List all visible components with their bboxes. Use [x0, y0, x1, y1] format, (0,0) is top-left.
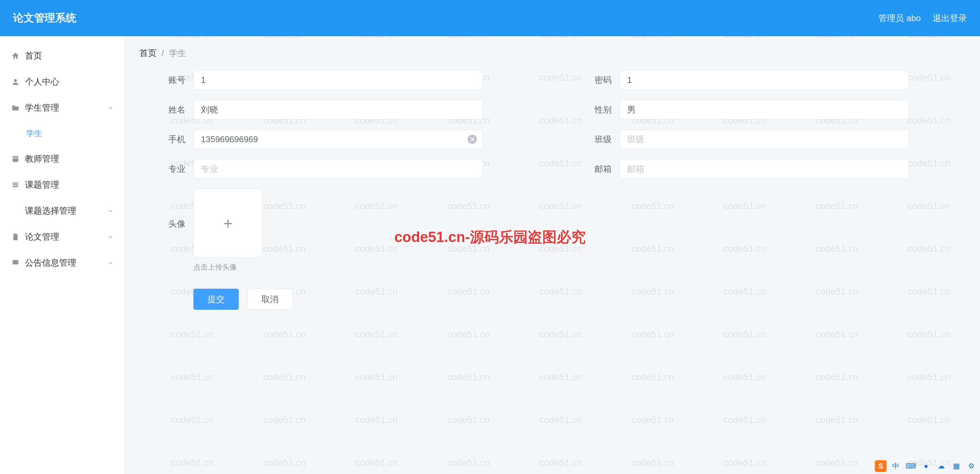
breadcrumb-separator: / — [161, 48, 164, 58]
plus-icon: + — [223, 214, 232, 232]
notice-icon — [11, 259, 20, 267]
logout-link[interactable]: 退出登录 — [933, 13, 967, 24]
phone-label: 手机 — [153, 134, 186, 145]
tray-keyboard-icon[interactable]: ⌨ — [905, 460, 917, 472]
phone-input[interactable] — [193, 129, 483, 149]
chevron-down-icon — [108, 208, 113, 214]
breadcrumb-current: 学生 — [169, 48, 186, 58]
app-title: 论文管理系统 — [13, 11, 76, 26]
header-bar: 论文管理系统 管理员 abo 退出登录 — [0, 0, 980, 36]
email-label: 邮箱 — [579, 163, 612, 175]
sidebar-item-1[interactable]: 个人中心 — [0, 69, 125, 95]
sidebar-item-label: 课题选择管理 — [25, 205, 76, 217]
cancel-button[interactable]: 取消 — [247, 289, 293, 310]
account-input[interactable] — [193, 70, 483, 90]
sidebar-item-3[interactable]: 教师管理 — [0, 146, 125, 172]
sidebar: 首页个人中心学生管理学生教师管理课题管理课题选择管理论文管理公告信息管理 — [0, 36, 125, 474]
sidebar-item-label: 公告信息管理 — [25, 257, 76, 269]
paper-icon — [11, 233, 20, 241]
avatar-label: 头像 — [153, 218, 186, 230]
class-label: 班级 — [579, 134, 612, 145]
password-label: 密码 — [579, 74, 612, 86]
clear-icon[interactable] — [468, 135, 477, 144]
folder-icon — [11, 104, 20, 112]
topic-icon — [11, 181, 20, 189]
sidebar-item-7[interactable]: 公告信息管理 — [0, 250, 125, 276]
sidebar-item-2[interactable]: 学生管理 — [0, 95, 125, 121]
gender-label: 性别 — [579, 104, 612, 115]
class-input[interactable] — [620, 129, 909, 149]
sidebar-item-label: 教师管理 — [25, 153, 59, 164]
sidebar-subitem-2-0[interactable]: 学生 — [0, 121, 125, 146]
gender-input[interactable] — [620, 100, 909, 120]
tray-mic-icon[interactable]: ● — [920, 460, 932, 472]
sidebar-item-4[interactable]: 课题管理 — [0, 172, 125, 198]
password-input[interactable] — [620, 70, 909, 90]
email-input[interactable] — [620, 159, 909, 179]
sidebar-item-label: 课题管理 — [25, 179, 59, 191]
breadcrumb-root[interactable]: 首页 — [140, 48, 156, 58]
ime-status-icon[interactable]: 中 — [890, 460, 902, 472]
chevron-down-icon — [108, 260, 113, 266]
tray-grid-icon[interactable]: ▦ — [950, 460, 962, 472]
sidebar-item-label: 个人中心 — [25, 76, 59, 88]
home-icon — [11, 52, 20, 60]
submit-button[interactable]: 提交 — [193, 289, 239, 310]
avatar-hint: 点击上传头像 — [193, 262, 262, 272]
breadcrumb: 首页 / 学生 — [140, 47, 966, 59]
select-icon — [11, 207, 20, 215]
sidebar-item-5[interactable]: 课题选择管理 — [0, 198, 125, 224]
avatar-upload[interactable]: + — [193, 188, 262, 258]
sidebar-item-label: 论文管理 — [25, 231, 59, 243]
teacher-icon — [11, 155, 20, 163]
name-input[interactable] — [193, 100, 483, 120]
sidebar-item-label: 学生管理 — [25, 102, 59, 113]
sidebar-item-label: 首页 — [25, 50, 42, 62]
name-label: 姓名 — [153, 104, 186, 115]
major-input[interactable] — [193, 159, 483, 179]
sidebar-item-6[interactable]: 论文管理 — [0, 224, 125, 250]
system-tray: S 中 ⌨ ● ☁ ▦ ⚙ — [875, 460, 977, 472]
chevron-up-icon — [108, 105, 113, 111]
main-content: 首页 / 学生 账号 密码 姓名 性别 手机 — [125, 36, 980, 474]
tray-gear-icon[interactable]: ⚙ — [966, 460, 977, 472]
account-label: 账号 — [153, 74, 186, 86]
person-icon — [11, 78, 20, 86]
admin-label[interactable]: 管理员 abo — [878, 13, 921, 24]
ime-switch-icon[interactable]: S — [875, 460, 887, 472]
sidebar-item-0[interactable]: 首页 — [0, 43, 125, 69]
major-label: 专业 — [153, 163, 186, 175]
chevron-down-icon — [108, 234, 113, 240]
tray-cloud-icon[interactable]: ☁ — [935, 460, 947, 472]
